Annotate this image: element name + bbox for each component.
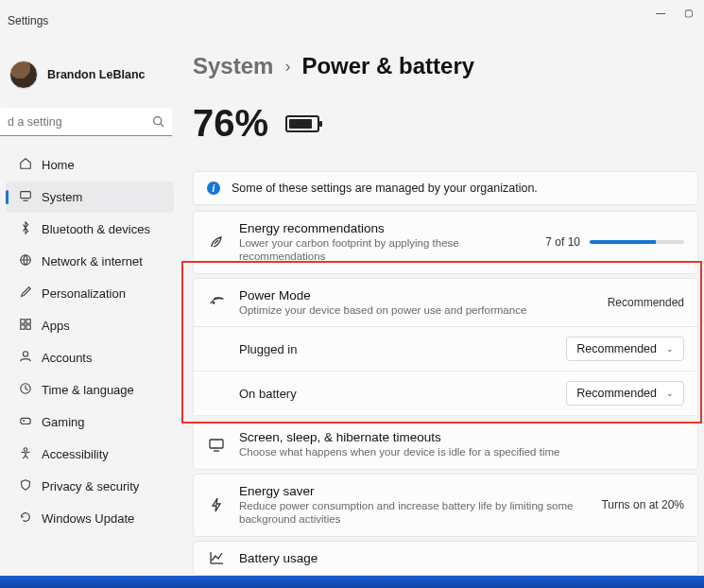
update-icon [19,510,32,527]
net-icon [19,253,32,269]
org-managed-banner: i Some of these settings are managed by … [193,171,698,205]
row-title: Battery usage [239,551,684,565]
sidebar-item-windows-update[interactable]: Windows Update [6,503,174,534]
svg-point-9 [23,352,27,356]
svg-rect-5 [21,320,25,323]
avatar [9,61,38,89]
grid-icon [19,318,32,334]
energy-saver-icon [207,497,226,512]
chart-icon [207,551,226,564]
row-title: Power Mode [239,288,594,303]
person-icon [19,350,32,366]
sidebar-item-network-internet[interactable]: Network & internet [6,246,174,277]
chevron-right-icon: › [284,57,290,77]
sidebar-item-label: Apps [42,319,70,333]
battery-status: 76% [193,102,698,145]
chevron-down-icon: ⌄ [666,389,674,398]
profile-name: Brandon LeBlanc [47,68,146,81]
row-screen-sleep-hibernate[interactable]: Screen, sleep, & hibernate timeouts Choo… [193,420,698,470]
page-title: Power & battery [301,53,474,79]
row-subtitle: Reduce power consumption and increase ba… [239,500,588,527]
sidebar-item-label: Bluetooth & devices [42,222,150,236]
row-title: Screen, sleep, & hibernate timeouts [239,430,684,444]
home-icon [19,157,32,173]
bt-icon [19,221,32,237]
power-mode-icon [207,294,226,310]
svg-point-15 [213,303,215,304]
monitor-icon [207,439,226,452]
search-input[interactable] [0,108,172,136]
energy-recs-count: 7 of 10 [545,235,580,249]
svg-rect-6 [26,320,30,323]
brush-icon [19,285,32,302]
sidebar-item-label: System [42,190,82,204]
breadcrumb: System › Power & battery [193,53,698,79]
row-title: Energy recommendations [239,221,532,235]
sidebar-item-label: Windows Update [42,511,134,526]
sidebar-item-system[interactable]: System [6,182,174,213]
shield-icon [19,478,32,494]
subrow-plugged-in: Plugged in Recommended ⌄ [193,327,698,372]
plugged-in-dropdown[interactable]: Recommended ⌄ [566,337,684,361]
profile[interactable]: Brandon LeBlanc [0,47,180,108]
breadcrumb-parent[interactable]: System [193,53,273,79]
sidebar-item-apps[interactable]: Apps [6,310,174,341]
chevron-down-icon: ⌄ [666,344,674,354]
row-battery-usage[interactable]: Battery usage [193,541,698,576]
sidebar-item-label: Personalization [42,286,126,301]
titlebar: Settings — ▢ [0,0,704,42]
sidebar-item-label: Time & language [42,383,134,397]
battery-percentage: 76% [193,102,268,145]
svg-rect-7 [21,325,25,329]
sidebar-item-accounts[interactable]: Accounts [6,342,174,373]
sidebar-item-privacy-security[interactable]: Privacy & security [6,471,174,502]
search-box[interactable] [0,108,172,136]
svg-rect-2 [21,192,31,199]
sidebar-item-personalization[interactable]: Personalization [6,278,174,309]
system-icon [19,189,32,205]
access-icon [19,446,32,462]
sidebar: Brandon LeBlanc HomeSystemBluetooth & de… [0,42,180,588]
nav-list: HomeSystemBluetooth & devicesNetwork & i… [0,149,180,534]
subrow-on-battery: On battery Recommended ⌄ [193,372,698,416]
power-mode-status: Recommended [608,296,684,309]
subrow-label: Plugged in [239,342,297,356]
svg-rect-16 [210,440,223,448]
search-icon [152,115,164,130]
energy-recs-progress [590,240,684,244]
dropdown-value: Recommended [576,342,657,355]
sidebar-item-label: Gaming [42,415,85,429]
banner-text: Some of these settings are managed by yo… [232,182,538,195]
row-energy-recommendations[interactable]: Energy recommendations Lower your carbon… [193,211,698,274]
clock-icon [19,382,32,398]
maximize-button[interactable]: ▢ [684,8,693,18]
app-title: Settings [8,14,48,27]
minimize-button[interactable]: — [656,8,665,18]
on-battery-dropdown[interactable]: Recommended ⌄ [566,381,684,406]
sidebar-item-label: Privacy & security [42,479,139,493]
sidebar-item-time-language[interactable]: Time & language [6,374,174,406]
sidebar-item-bluetooth-devices[interactable]: Bluetooth & devices [6,214,174,245]
sidebar-item-label: Accessibility [42,447,109,461]
taskbar[interactable] [0,576,704,588]
sidebar-item-label: Accounts [42,351,92,365]
row-subtitle: Optimize your device based on power use … [239,304,594,318]
subrow-label: On battery [239,387,297,401]
sidebar-item-home[interactable]: Home [6,149,174,181]
row-power-mode[interactable]: Power Mode Optimize your device based on… [193,278,698,328]
row-title: Energy saver [239,484,588,498]
leaf-icon [207,234,226,250]
window-controls: — ▢ [644,0,704,26]
sidebar-item-label: Home [42,158,75,172]
svg-rect-11 [21,418,31,424]
main-content: System › Power & battery 76% i Some of t… [180,42,704,588]
sidebar-item-accessibility[interactable]: Accessibility [6,439,174,470]
svg-point-14 [24,448,27,452]
row-energy-saver[interactable]: Energy saver Reduce power consumption an… [193,474,698,537]
svg-point-0 [154,117,162,125]
row-subtitle: Choose what happens when your device is … [239,446,684,459]
battery-icon [285,115,319,132]
sidebar-item-gaming[interactable]: Gaming [6,406,174,438]
sidebar-item-label: Network & internet [42,254,143,268]
info-icon: i [207,182,220,195]
